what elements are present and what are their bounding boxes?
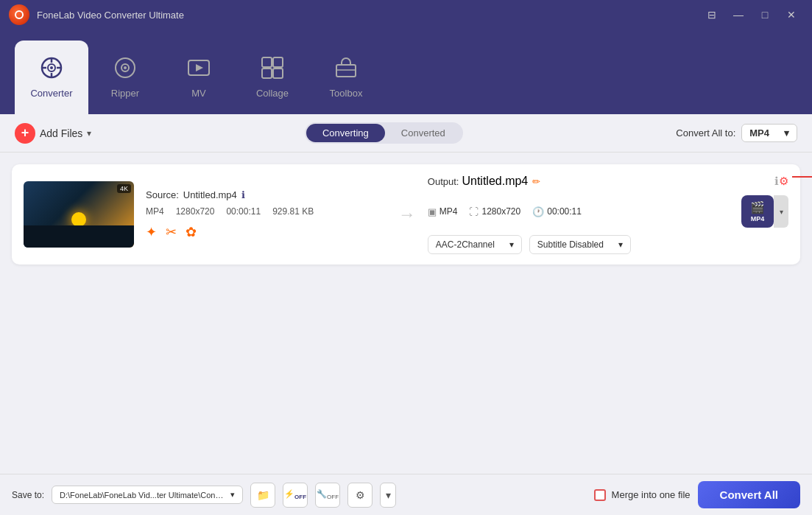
audio-channel-dropdown[interactable]: AAC-2Channel ▾ [428, 235, 522, 254]
output-row1: ▣ MP4 ⛶ 1280x720 🕐 00:00:11 🎬 [428, 195, 788, 228]
nav-item-toolbox[interactable]: Toolbox [309, 41, 383, 114]
nav-label-ripper: Ripper [111, 88, 139, 99]
source-filename-text: Untitled.mp4 [183, 189, 237, 200]
maximize-button[interactable]: □ [753, 4, 777, 25]
source-duration: 00:00:11 [226, 206, 261, 217]
tab-group: Converting Converted [305, 122, 463, 144]
output-resolution-icon: ⛶ [469, 206, 479, 217]
add-files-plus-icon: + [15, 123, 35, 144]
add-files-button[interactable]: + Add Files ▾ [15, 123, 91, 144]
output-header-row: Output: Untitled.mp4 ✏ ℹ ⚙ [428, 175, 788, 188]
toolbar: + Add Files ▾ Converting Converted Conve… [0, 114, 812, 153]
save-to-label: Save to: [12, 490, 44, 500]
merge-checkbox[interactable] [594, 489, 606, 501]
clock-icon: 🕐 [532, 206, 544, 217]
thumbnail-label: 4K [117, 184, 131, 193]
output-resolution-text: 1280x720 [481, 206, 520, 217]
cut-icon[interactable]: ✂ [166, 224, 177, 240]
tab-converting[interactable]: Converting [306, 124, 385, 142]
settings-dropdown-button[interactable]: ▾ [380, 483, 396, 508]
nav-item-collage[interactable]: Collage [236, 41, 309, 114]
nav-item-mv[interactable]: MV [162, 41, 236, 114]
add-files-chevron-icon[interactable]: ▾ [87, 128, 91, 139]
add-files-label: Add Files [40, 127, 82, 139]
nav-item-ripper[interactable]: Ripper [88, 41, 162, 114]
nav-item-converter[interactable]: Converter [15, 41, 88, 114]
source-info: Source: Untitled.mp4 ℹ MP4 1280x720 00:0… [146, 189, 386, 240]
navbar: Converter Ripper MV [0, 29, 812, 114]
settings-button[interactable]: ⚙ [347, 483, 373, 508]
output-filename-text: Untitled.mp4 [462, 175, 528, 188]
svg-point-9 [124, 66, 127, 69]
convert-all-to-area: Convert All to: MP4 ▾ [676, 124, 797, 142]
output-format-text: MP4 [439, 206, 458, 217]
arrow-divider: → [398, 204, 416, 225]
format-badge-dropdown[interactable]: ▾ [774, 195, 788, 228]
svg-rect-14 [273, 69, 283, 78]
format-badge-area: 🎬 MP4 ▾ [741, 195, 788, 228]
save-path-chevron: ▾ [230, 490, 235, 500]
toolbox-icon [334, 56, 358, 85]
source-label: Source: [146, 189, 179, 200]
output-format-item: ▣ MP4 [428, 206, 458, 217]
convert-all-button[interactable]: Convert All [698, 481, 800, 508]
folder-icon: 📁 [257, 489, 269, 501]
source-info-icon[interactable]: ℹ [241, 189, 245, 200]
subtitle-value: Subtitle Disabled [537, 239, 604, 250]
source-filename-row: Source: Untitled.mp4 ℹ [146, 189, 386, 200]
enhance-icon[interactable]: ✦ [146, 224, 157, 240]
nav-label-collage: Collage [256, 88, 289, 99]
logo-inner [15, 10, 24, 19]
app-logo [9, 4, 29, 25]
close-button[interactable]: ✕ [780, 4, 803, 25]
minimize-button[interactable]: — [727, 4, 750, 25]
badge-film-icon: 🎬 [750, 200, 765, 214]
output-settings-button[interactable]: ⚙ [779, 175, 788, 188]
source-meta: MP4 1280x720 00:00:11 929.81 KB [146, 206, 386, 217]
output-duration-text: 00:00:11 [547, 206, 582, 217]
open-folder-button[interactable]: 📁 [250, 483, 275, 508]
ripper-icon [113, 56, 137, 85]
output-format-badge[interactable]: 🎬 MP4 [741, 195, 774, 228]
thumbnail-scene: 4K [24, 181, 134, 248]
output-label: Output: [428, 176, 459, 187]
boost-icon: ⚡OFF [284, 489, 306, 500]
output-info: Output: Untitled.mp4 ✏ ℹ ⚙ [428, 175, 788, 254]
audio-channel-value: AAC-2Channel [436, 239, 495, 250]
output-edit-icon[interactable]: ✏ [532, 176, 540, 187]
output-format-icon: ▣ [428, 206, 437, 217]
output-duration-item: 🕐 00:00:11 [532, 206, 582, 217]
source-size: 929.81 KB [272, 206, 314, 217]
save-path-dropdown[interactable]: D:\FoneLab\FoneLab Vid...ter Ultimate\Co… [52, 486, 243, 504]
merge-checkbox-area[interactable]: Merge into one file [594, 489, 691, 501]
app-title: FoneLab Video Converter Ultimate [37, 10, 700, 21]
svg-rect-13 [262, 69, 272, 78]
svg-rect-15 [336, 65, 356, 77]
svg-rect-12 [273, 57, 283, 67]
output-resolution-item: ⛶ 1280x720 [469, 206, 520, 217]
accelerate-icon: 🔧OFF [317, 489, 339, 500]
convert-all-to-label: Convert All to: [676, 127, 735, 139]
svg-point-2 [50, 66, 53, 69]
format-select-value: MP4 [749, 127, 769, 139]
captions-button[interactable]: ⊟ [700, 4, 724, 25]
main-content: 4K Source: Untitled.mp4 ℹ MP4 1280x720 0… [0, 153, 812, 474]
bottombar: Save to: D:\FoneLab\FoneLab Vid...ter Ul… [0, 474, 812, 515]
nav-label-toolbox: Toolbox [330, 88, 363, 99]
settings-chevron-icon: ▾ [386, 489, 391, 501]
accelerate-off-button[interactable]: 🔧OFF [315, 483, 340, 508]
effect-icon[interactable]: ✿ [186, 224, 197, 240]
tab-converted[interactable]: Converted [385, 124, 462, 142]
subtitle-chevron: ▾ [618, 239, 623, 250]
titlebar: FoneLab Video Converter Ultimate ⊟ — □ ✕ [0, 0, 812, 29]
source-actions: ✦ ✂ ✿ [146, 224, 386, 240]
subtitle-dropdown[interactable]: Subtitle Disabled ▾ [529, 235, 631, 254]
svg-rect-11 [262, 57, 272, 67]
save-path-text: D:\FoneLab\FoneLab Vid...ter Ultimate\Co… [60, 491, 225, 500]
output-row2: AAC-2Channel ▾ Subtitle Disabled ▾ [428, 235, 788, 254]
format-select-dropdown[interactable]: MP4 ▾ [741, 124, 797, 142]
format-chevron-icon: ▾ [784, 127, 789, 139]
video-thumbnail: 4K [24, 181, 134, 248]
collage-icon [261, 56, 284, 85]
boost-off-button[interactable]: ⚡OFF [283, 483, 308, 508]
